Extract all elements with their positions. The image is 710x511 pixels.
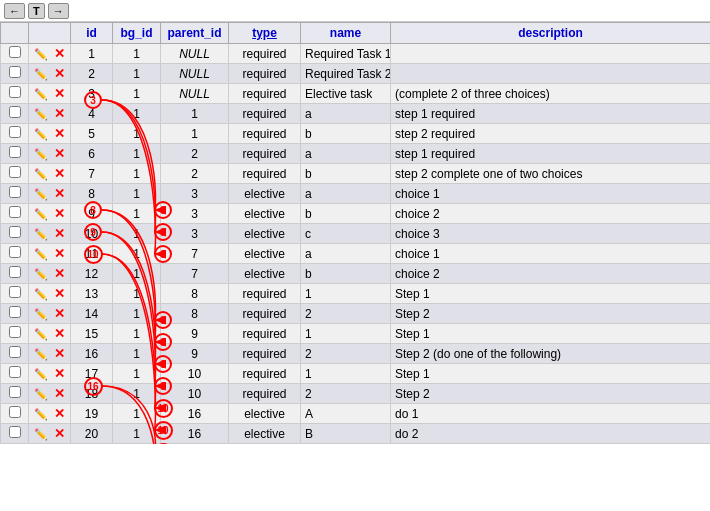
delete-icon[interactable]: ✕ (54, 66, 65, 81)
edit-icon[interactable]: ✏️ (34, 208, 48, 221)
row-checkbox[interactable] (9, 406, 21, 418)
edit-icon[interactable]: ✏️ (34, 248, 48, 261)
row-actions: ✏️ ✕ (29, 184, 71, 204)
cell-name: a (301, 244, 391, 264)
cell-name: Elective task (301, 84, 391, 104)
row-checkbox[interactable] (9, 266, 21, 278)
col-header-bg-id[interactable]: bg_id (113, 23, 161, 44)
col-header-type[interactable]: type (229, 23, 301, 44)
row-checkbox[interactable] (9, 226, 21, 238)
edit-icon[interactable]: ✏️ (34, 388, 48, 401)
delete-icon[interactable]: ✕ (54, 206, 65, 221)
cell-parent-id: 8 (161, 284, 229, 304)
row-checkbox[interactable] (9, 206, 21, 218)
edit-icon[interactable]: ✏️ (34, 148, 48, 161)
delete-icon[interactable]: ✕ (54, 186, 65, 201)
delete-icon[interactable]: ✕ (54, 346, 65, 361)
cell-description: step 1 required (391, 144, 711, 164)
cell-bg-id: 1 (113, 84, 161, 104)
edit-icon[interactable]: ✏️ (34, 228, 48, 241)
delete-icon[interactable]: ✕ (54, 306, 65, 321)
row-actions: ✏️ ✕ (29, 364, 71, 384)
row-checkbox[interactable] (9, 86, 21, 98)
delete-icon[interactable]: ✕ (54, 406, 65, 421)
delete-icon[interactable]: ✕ (54, 166, 65, 181)
row-checkbox[interactable] (9, 46, 21, 58)
cell-type: required (229, 144, 301, 164)
cell-description: choice 3 (391, 224, 711, 244)
row-checkbox[interactable] (9, 186, 21, 198)
circle-annotation: 16 (84, 377, 103, 396)
edit-icon[interactable]: ✏️ (34, 368, 48, 381)
row-checkbox[interactable] (9, 346, 21, 358)
edit-icon[interactable]: ✏️ (34, 88, 48, 101)
edit-icon[interactable]: ✏️ (34, 48, 48, 61)
row-checkbox[interactable] (9, 306, 21, 318)
data-table: id bg_id parent_id type name description… (0, 22, 710, 444)
cell-name: 2 (301, 344, 391, 364)
delete-icon[interactable]: ✕ (54, 46, 65, 61)
cell-name: b (301, 124, 391, 144)
edit-icon[interactable]: ✏️ (34, 268, 48, 281)
table-row: ✏️ ✕ 19116electiveAdo 1 (1, 404, 711, 424)
delete-icon[interactable]: ✕ (54, 246, 65, 261)
cell-description (391, 64, 711, 84)
delete-icon[interactable]: ✕ (54, 386, 65, 401)
col-header-parent-id[interactable]: parent_id (161, 23, 229, 44)
col-header-id[interactable]: id (71, 23, 113, 44)
table-row: ✏️ ✕ 1013electivecchoice 3 (1, 224, 711, 244)
delete-icon[interactable]: ✕ (54, 106, 65, 121)
delete-icon[interactable]: ✕ (54, 266, 65, 281)
separator-button[interactable]: T (28, 3, 45, 19)
row-checkbox[interactable] (9, 106, 21, 118)
delete-icon[interactable]: ✕ (54, 366, 65, 381)
cell-description: choice 1 (391, 184, 711, 204)
row-checkbox[interactable] (9, 286, 21, 298)
edit-icon[interactable]: ✏️ (34, 188, 48, 201)
cell-description: step 2 required (391, 124, 711, 144)
table-row: ✏️ ✕ 1318required1Step 1 (1, 284, 711, 304)
col-header-description[interactable]: description (391, 23, 711, 44)
back-button[interactable]: ← (4, 3, 25, 19)
delete-icon[interactable]: ✕ (54, 426, 65, 441)
row-checkbox[interactable] (9, 66, 21, 78)
row-checkbox[interactable] (9, 386, 21, 398)
edit-icon[interactable]: ✏️ (34, 348, 48, 361)
edit-icon[interactable]: ✏️ (34, 128, 48, 141)
row-checkbox[interactable] (9, 166, 21, 178)
edit-icon[interactable]: ✏️ (34, 328, 48, 341)
edit-icon[interactable]: ✏️ (34, 108, 48, 121)
cell-parent-id: NULL (161, 64, 229, 84)
cell-name: Required Task 1 (301, 44, 391, 64)
cell-description (391, 44, 711, 64)
col-header-name[interactable]: name (301, 23, 391, 44)
forward-button[interactable]: → (48, 3, 69, 19)
row-checkbox[interactable] (9, 426, 21, 438)
cell-name: b (301, 204, 391, 224)
table-row: ✏️ ✕ 1418required2Step 2 (1, 304, 711, 324)
delete-icon[interactable]: ✕ (54, 86, 65, 101)
delete-icon[interactable]: ✕ (54, 286, 65, 301)
delete-icon[interactable]: ✕ (54, 146, 65, 161)
edit-icon[interactable]: ✏️ (34, 408, 48, 421)
delete-icon[interactable]: ✕ (54, 226, 65, 241)
edit-icon[interactable]: ✏️ (34, 168, 48, 181)
row-checkbox[interactable] (9, 126, 21, 138)
row-checkbox[interactable] (9, 146, 21, 158)
cell-id: 14 (71, 304, 113, 324)
table-row: ✏️ ✕ 813electiveachoice 1 (1, 184, 711, 204)
cell-bg-id: 1 (113, 184, 161, 204)
edit-icon[interactable]: ✏️ (34, 308, 48, 321)
row-checkbox[interactable] (9, 246, 21, 258)
edit-icon[interactable]: ✏️ (34, 428, 48, 441)
edit-icon[interactable]: ✏️ (34, 288, 48, 301)
cell-id: 6 (71, 144, 113, 164)
row-checkbox[interactable] (9, 366, 21, 378)
cell-type: elective (229, 264, 301, 284)
delete-icon[interactable]: ✕ (54, 126, 65, 141)
cell-description: choice 2 (391, 204, 711, 224)
edit-icon[interactable]: ✏️ (34, 68, 48, 81)
delete-icon[interactable]: ✕ (54, 326, 65, 341)
table-row: ✏️ ✕ 1117electiveachoice 1 (1, 244, 711, 264)
row-checkbox[interactable] (9, 326, 21, 338)
